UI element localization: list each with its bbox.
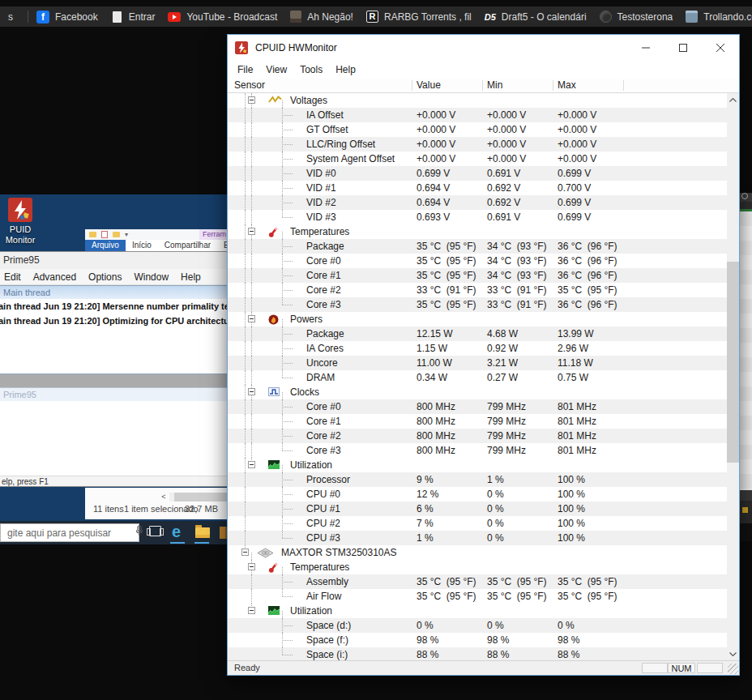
search-input[interactable]	[1, 527, 135, 540]
bookmark-item[interactable]: YouTube - Broadcast	[168, 11, 277, 23]
vertical-scrollbar[interactable]	[727, 93, 739, 660]
rename-icon[interactable]	[101, 231, 108, 238]
sensor-row[interactable]: GT Offset+0.000 V+0.000 V+0.000 V	[228, 122, 727, 137]
sensor-row[interactable]: Core #2800 MHz799 MHz801 MHz	[228, 429, 727, 443]
explorer-horizontal-scrollbar[interactable]: <	[158, 492, 232, 502]
tree-collapse-toggle[interactable]	[248, 228, 255, 235]
chevron-down-icon[interactable]: ▾	[125, 231, 128, 238]
bookmark-item[interactable]: Entrar	[111, 11, 156, 23]
sensor-row[interactable]: CPU #012 %0 %100 %	[228, 487, 727, 502]
scrollbar-thumb[interactable]	[174, 493, 231, 502]
tree-collapse-toggle[interactable]	[248, 607, 255, 614]
desktop-icon-cpuid-hwmonitor[interactable]: PUIDMonitor	[2, 198, 39, 245]
sensor-row[interactable]: Space (f:)98 %98 %98 %	[228, 633, 727, 647]
close-button[interactable]	[702, 35, 739, 60]
scroll-left-icon[interactable]: <	[158, 492, 169, 502]
bookmark-item[interactable]: Ah Negão!	[290, 11, 353, 23]
sensor-value: 33 °C (91 °F)	[417, 283, 476, 297]
sensor-row[interactable]: System Agent Offset+0.000 V+0.000 V+0.00…	[228, 152, 727, 166]
sensor-row[interactable]: Utilization	[228, 604, 727, 618]
sensor-row[interactable]: Package35 °C (95 °F)34 °C (93 °F)36 °C (…	[228, 239, 727, 254]
tree-collapse-toggle[interactable]	[248, 563, 255, 570]
tab-arquivo[interactable]: Arquivo	[85, 240, 126, 251]
resize-grip[interactable]	[728, 664, 738, 674]
sensor-row[interactable]: Core #135 °C (95 °F)34 °C (93 °F)36 °C (…	[228, 268, 727, 283]
scrollbar-thumb[interactable]	[727, 262, 739, 463]
sensor-row[interactable]: CPU #27 %0 %100 %	[228, 516, 727, 531]
tree-collapse-toggle[interactable]	[248, 315, 255, 322]
column-min[interactable]: Min	[487, 79, 502, 92]
sensor-row[interactable]: LLC/Ring Offset+0.000 V+0.000 V+0.000 V	[228, 137, 727, 152]
taskbar-search-box[interactable]	[0, 523, 139, 542]
column-value[interactable]: Value	[417, 79, 441, 92]
menu-advanced[interactable]: Advanced	[33, 271, 76, 283]
sensor-row[interactable]: Core #0800 MHz799 MHz801 MHz	[228, 399, 727, 414]
sensor-row[interactable]: Voltages	[228, 93, 727, 108]
bookmark-item[interactable]: D5Draft5 - O calendári	[485, 11, 587, 23]
tree-collapse-toggle[interactable]	[248, 388, 255, 395]
sensor-row[interactable]: Air Flow35 °C (95 °F)35 °C (95 °F)35 °C …	[228, 589, 727, 604]
sensor-row[interactable]: VID #10.694 V0.692 V0.700 V	[228, 181, 727, 195]
explorer-tools-tab[interactable]: Ferram	[199, 229, 229, 240]
prime95-child-titlebar[interactable]: Prime95	[0, 388, 229, 401]
file-explorer-icon[interactable]	[195, 527, 210, 538]
folder-icon[interactable]	[89, 232, 96, 237]
sensor-row[interactable]: VID #00.699 V0.691 V0.699 V	[228, 166, 727, 181]
sensor-row[interactable]: Core #335 °C (95 °F)33 °C (91 °F)36 °C (…	[228, 297, 727, 312]
menu-tools[interactable]: Tools	[293, 64, 329, 75]
sensor-row[interactable]: Core #3800 MHz799 MHz801 MHz	[228, 443, 727, 458]
hwmonitor-titlebar[interactable]: CPUID HWMonitor	[228, 35, 739, 61]
tab-inicio[interactable]: Início	[126, 240, 158, 251]
maximize-button[interactable]	[664, 35, 702, 60]
sensor-row[interactable]: Core #1800 MHz799 MHz801 MHz	[228, 414, 727, 429]
folder-icon[interactable]	[113, 232, 120, 237]
tab-compartilhar[interactable]: Compartilhar	[158, 240, 217, 251]
sensor-row[interactable]: Processor9 %1 %100 %	[228, 472, 727, 487]
edge-browser-icon[interactable]: e	[172, 523, 181, 540]
scrollbar-track[interactable]	[169, 493, 232, 502]
sensor-row[interactable]: Core #233 °C (91 °F)33 °C (91 °F)35 °C (…	[228, 283, 727, 297]
minimize-button[interactable]	[627, 35, 664, 60]
scroll-down-icon[interactable]	[727, 647, 739, 660]
bookmark-item[interactable]: s	[2, 11, 13, 23]
sensor-row[interactable]: Space (d:)0 %0 %0 %	[228, 618, 727, 633]
prime95-titlebar[interactable]: Prime95	[0, 252, 229, 269]
menu-edit[interactable]: Edit	[4, 271, 21, 283]
sensor-row[interactable]: Utilization	[228, 458, 727, 472]
sensor-row[interactable]: VID #20.694 V0.692 V0.699 V	[228, 195, 727, 210]
menu-options[interactable]: Options	[88, 271, 122, 283]
bookmark-item[interactable]: fFacebook	[36, 11, 98, 23]
bookmark-item[interactable]: RRARBG Torrents , fil	[366, 11, 472, 23]
sensor-row[interactable]: MAXTOR STM3250310AS	[228, 545, 727, 560]
tree-collapse-toggle[interactable]	[248, 96, 255, 104]
sensor-row[interactable]: IA Offset+0.000 V+0.000 V+0.000 V	[228, 108, 727, 122]
menu-window[interactable]: Window	[134, 271, 169, 283]
menu-file[interactable]: File	[231, 64, 259, 75]
scroll-up-icon[interactable]	[727, 93, 739, 106]
column-sensor[interactable]: Sensor	[234, 79, 265, 92]
tree-collapse-toggle[interactable]	[241, 548, 249, 556]
sensor-row[interactable]: Temperatures	[228, 224, 727, 239]
sensor-row[interactable]: Core #035 °C (95 °F)34 °C (93 °F)36 °C (…	[228, 254, 727, 268]
sensor-row[interactable]: Powers	[228, 312, 727, 327]
bookmark-item[interactable]: Trollando.com	[686, 11, 752, 23]
sensor-row[interactable]: Clocks	[228, 385, 727, 399]
sensor-row[interactable]: DRAM0.34 W0.27 W0.75 W	[228, 370, 727, 385]
sensor-row[interactable]: CPU #31 %0 %100 %	[228, 531, 727, 545]
menu-view[interactable]: View	[259, 64, 293, 75]
column-max[interactable]: Max	[558, 79, 576, 92]
bookmark-item[interactable]: Testosterona	[600, 11, 673, 23]
main-thread-titlebar[interactable]: Main thread	[0, 286, 229, 299]
sensor-row[interactable]: Space (i:)88 %88 %88 %	[228, 647, 727, 660]
task-view-icon[interactable]	[149, 526, 161, 536]
sensor-row[interactable]: Assembly35 °C (95 °F)35 °C (95 °F)35 °C …	[228, 574, 727, 589]
tree-collapse-toggle[interactable]	[248, 461, 255, 468]
menu-help[interactable]: Help	[329, 64, 362, 75]
sensor-row[interactable]: Temperatures	[228, 560, 727, 574]
sensor-row[interactable]: IA Cores1.15 W0.92 W2.96 W	[228, 341, 727, 356]
sensor-row[interactable]: VID #30.693 V0.691 V0.699 V	[228, 210, 727, 224]
sensor-row[interactable]: CPU #16 %0 %100 %	[228, 502, 727, 516]
menu-help[interactable]: Help	[181, 271, 201, 283]
sensor-row[interactable]: Package12.15 W4.68 W13.99 W	[228, 327, 727, 341]
sensor-row[interactable]: Uncore11.00 W3.21 W11.18 W	[228, 356, 727, 370]
